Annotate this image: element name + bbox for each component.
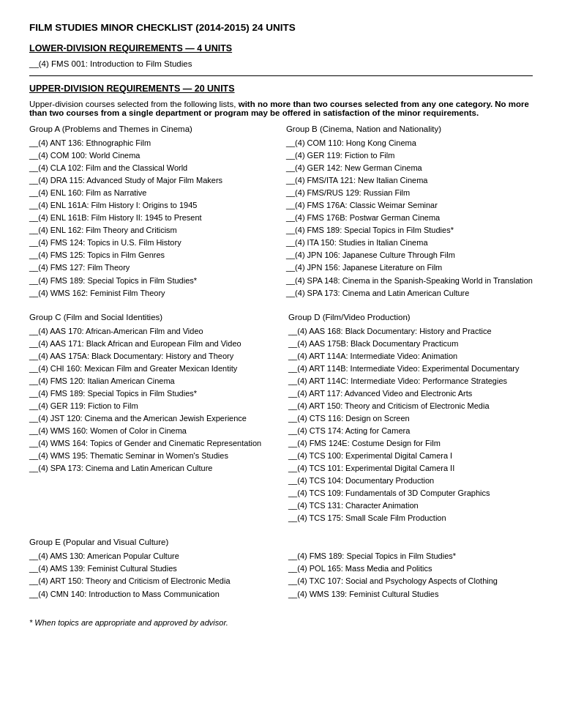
list-item: __(4) ANT 136: Ethnographic Film	[29, 137, 271, 149]
upper-div-intro: Upper-division courses selected from the…	[29, 100, 533, 117]
list-item: __(4) JST 120: Cinema and the American J…	[29, 412, 274, 425]
list-item: __(4) WMS 139: Feminist Cultural Studies	[288, 588, 533, 601]
group-e-left-column: __(4) AMS 130: American Popular Culture_…	[29, 550, 274, 603]
list-item: __(4) SPA 148: Cinema in the Spanish-Spe…	[286, 275, 533, 287]
list-item: __(4) FMS/ITA 121: New Italian Cinema	[286, 174, 533, 187]
list-item: __(4) TCS 131: Character Animation	[288, 499, 533, 512]
list-item: __(4) JPN 106: Japanese Culture Through …	[286, 249, 533, 261]
group-b-column: Group B (Cinema, Nation and Nationality)…	[286, 125, 533, 302]
list-item: __(4) FMS 176B: Postwar German Cinema	[286, 212, 533, 224]
group-c-column: Group C (Film and Social Identities) __(…	[29, 313, 274, 528]
group-d-courses: __(4) AAS 168: Black Documentary: Histor…	[288, 325, 533, 525]
list-item: __(4) FMS 124: Topics in U.S. Film Histo…	[29, 237, 271, 249]
lower-div-heading: LOWER-DIVISION REQUIREMENTS — 4 UNITS	[29, 43, 533, 53]
upper-div-heading: UPPER-DIVISION REQUIREMENTS — 20 UNITS	[29, 83, 533, 94]
list-item: __(4) TCS 175: Small Scale Film Producti…	[288, 512, 533, 524]
list-item: __(4) ENL 162: Film Theory and Criticism	[29, 224, 271, 237]
list-item: __(4) DRA 115: Advanced Study of Major F…	[29, 174, 271, 187]
group-e-title: Group E (Popular and Visual Culture)	[29, 538, 533, 546]
list-item: __(4) FMS 189: Special Topics in Film St…	[286, 224, 533, 237]
list-item: __(4) CTS 116: Design on Screen	[288, 412, 533, 425]
list-item: __(4) TCS 104: Documentary Production	[288, 475, 533, 487]
list-item: __(4) ART 150: Theory and Criticism of E…	[29, 575, 274, 587]
list-item: __(4) SPA 173: Cinema and Latin American…	[286, 287, 533, 300]
list-item: __(4) ART 117: Advanced Video and Electr…	[288, 387, 533, 400]
list-item: __(4) SPA 173: Cinema and Latin American…	[29, 462, 274, 475]
group-a-title: Group A (Problems and Themes in Cinema)	[29, 125, 271, 133]
list-item: __(4) TCS 109: Fundamentals of 3D Comput…	[288, 487, 533, 499]
page-title: FILM STUDIES MINOR CHECKLIST (2014-2015)…	[29, 22, 533, 33]
list-item: __(4) CTS 174: Acting for Camera	[288, 425, 533, 437]
group-c-courses: __(4) AAS 170: African-American Film and…	[29, 325, 274, 475]
list-item: __(4) WMS 164: Topics of Gender and Cine…	[29, 437, 274, 450]
list-item: __(4) POL 165: Mass Media and Politics	[288, 562, 533, 575]
group-e-right-column: __(4) FMS 189: Special Topics in Film St…	[288, 550, 533, 603]
list-item: __(4) ENL 161B: Film History II: 1945 to…	[29, 212, 271, 224]
list-item: __(4) ENL 160: Film as Narrative	[29, 187, 271, 199]
list-item: __(4) GER 119: Fiction to Film	[29, 400, 274, 412]
list-item: __(4) CLA 102: Film and the Classical Wo…	[29, 162, 271, 174]
list-item: __(4) FMS 176A: Classic Weimar Seminar	[286, 199, 533, 212]
list-item: __(4) AAS 175B: Black Documentary Practi…	[288, 338, 533, 350]
list-item: __(4) CMN 140: Introduction to Mass Comm…	[29, 588, 274, 601]
lower-div-course: __(4) FMS 001: Introduction to Film Stud…	[29, 59, 533, 68]
list-item: __(4) GER 119: Fiction to Film	[286, 149, 533, 162]
list-item: __(4) AAS 168: Black Documentary: Histor…	[288, 325, 533, 338]
list-item: __(4) GER 142: New German Cinema	[286, 162, 533, 174]
list-item: __(4) ENL 161A: Film History I: Origins …	[29, 199, 271, 212]
group-a-courses: __(4) ANT 136: Ethnographic Film__(4) CO…	[29, 137, 271, 300]
group-e-container: Group E (Popular and Visual Culture) __(…	[29, 538, 533, 603]
group-b-courses: __(4) COM 110: Hong Kong Cinema__(4) GER…	[286, 137, 533, 300]
list-item: __(4) AMS 139: Feminist Cultural Studies	[29, 562, 274, 575]
list-item: __(4) COM 100: World Cinema	[29, 149, 271, 162]
list-item: __(4) ITA 150: Studies in Italian Cinema	[286, 237, 533, 249]
list-item: __(4) AMS 130: American Popular Culture	[29, 550, 274, 562]
lower-division-section: LOWER-DIVISION REQUIREMENTS — 4 UNITS __…	[29, 43, 533, 76]
group-d-title: Group D (Film/Video Production)	[288, 313, 533, 322]
list-item: __(4) FMS 124E: Costume Design for Film	[288, 437, 533, 450]
list-item: __(4) ART 114A: Intermediate Video: Anim…	[288, 350, 533, 363]
list-item: __(4) FMS 189: Special Topics in Film St…	[29, 275, 271, 287]
list-item: __(4) AAS 170: African-American Film and…	[29, 325, 274, 338]
group-e-right-courses: __(4) FMS 189: Special Topics in Film St…	[288, 550, 533, 600]
list-item: __(4) FMS 125: Topics in Film Genres	[29, 249, 271, 261]
list-item: __(4) WMS 160: Women of Color in Cinema	[29, 425, 274, 437]
list-item: __(4) AAS 171: Black African and Europea…	[29, 338, 274, 350]
group-c-title: Group C (Film and Social Identities)	[29, 313, 274, 322]
list-item: __(4) TXC 107: Social and Psychology Asp…	[288, 575, 533, 587]
list-item: __(4) COM 110: Hong Kong Cinema	[286, 137, 533, 149]
groups-ab-container: Group A (Problems and Themes in Cinema) …	[29, 125, 533, 302]
list-item: __(4) AAS 175A: Black Documentary: Histo…	[29, 350, 274, 363]
list-item: __(4) JPN 156: Japanese Literature on Fi…	[286, 261, 533, 274]
list-item: __(4) FMS 120: Italian American Cinema	[29, 375, 274, 387]
list-item: __(4) FMS 127: Film Theory	[29, 261, 271, 274]
group-e-cols: __(4) AMS 130: American Popular Culture_…	[29, 550, 533, 603]
list-item: __(4) TCS 100: Experimental Digital Came…	[288, 450, 533, 462]
group-e-left-courses: __(4) AMS 130: American Popular Culture_…	[29, 550, 274, 600]
list-item: __(4) CHI 160: Mexican Film and Greater …	[29, 363, 274, 375]
groups-cd-container: Group C (Film and Social Identities) __(…	[29, 313, 533, 528]
list-item: __(4) ART 114B: Intermediate Video: Expe…	[288, 363, 533, 375]
list-item: __(4) WMS 195: Thematic Seminar in Women…	[29, 450, 274, 462]
group-d-column: Group D (Film/Video Production) __(4) AA…	[288, 313, 533, 528]
upper-division-section: UPPER-DIVISION REQUIREMENTS — 20 UNITS U…	[29, 83, 533, 603]
footnote: * When topics are appropriate and approv…	[29, 618, 533, 627]
list-item: __(4) FMS/RUS 129: Russian Film	[286, 187, 533, 199]
list-item: __(4) ART 114C: Intermediate Video: Perf…	[288, 375, 533, 387]
list-item: __(4) WMS 162: Feminist Film Theory	[29, 287, 271, 300]
list-item: __(4) FMS 189: Special Topics in Film St…	[288, 550, 533, 562]
group-a-column: Group A (Problems and Themes in Cinema) …	[29, 125, 271, 302]
group-b-title: Group B (Cinema, Nation and Nationality)	[286, 125, 533, 133]
list-item: __(4) ART 150: Theory and Criticism of E…	[288, 400, 533, 412]
list-item: __(4) FMS 189: Special Topics in Film St…	[29, 387, 274, 400]
list-item: __(4) TCS 101: Experimental Digital Came…	[288, 462, 533, 475]
